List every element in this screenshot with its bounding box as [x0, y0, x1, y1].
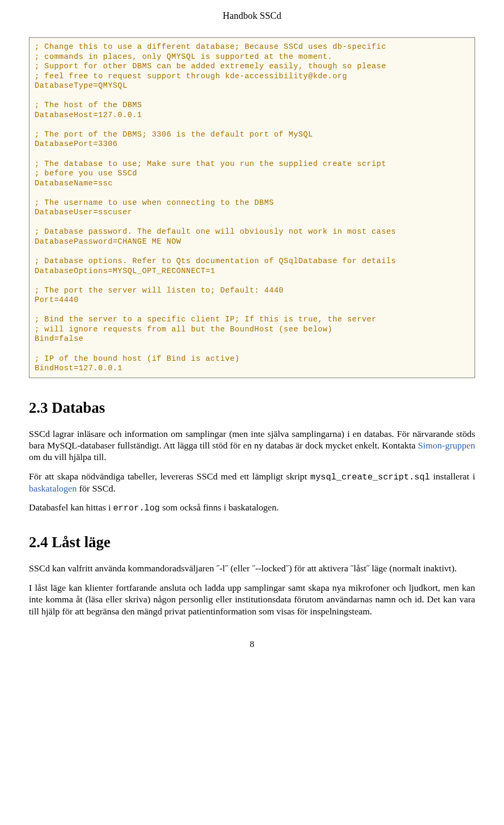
text-span: För att skapa nödvändiga tabeller, lever…: [29, 471, 310, 482]
config-code-block: ; Change this to use a different databas…: [29, 37, 475, 378]
section-2-4-heading: 2.4 Låst läge: [29, 534, 475, 551]
code-inline: sql: [414, 472, 430, 482]
page-number: 8: [29, 639, 475, 650]
page-header-title: Handbok SSCd: [29, 11, 475, 22]
code-inline: mysql_create_script: [310, 472, 409, 482]
section-2-3-heading: 2.3 Databas: [29, 399, 475, 416]
text-span: SSCd lagrar inläsare och information om …: [29, 429, 475, 451]
document-page: Handbok SSCd ; Change this to use a diff…: [0, 0, 504, 671]
text-span: som också finns i baskatalogen.: [160, 502, 279, 513]
simon-group-link[interactable]: Simon-gruppen: [418, 440, 475, 451]
text-span: installerat i: [430, 471, 475, 482]
section-2-4-paragraph-2: I låst läge kan klienter fortfarande ans…: [29, 582, 475, 617]
text-span: Databasfel kan hittas i: [29, 502, 113, 513]
text-span: för SSCd.: [77, 483, 115, 494]
text-span: .: [409, 472, 414, 482]
section-2-4-paragraph-1: SSCd kan valfritt använda kommandoradsvä…: [29, 562, 475, 574]
text-span: om du vill hjälpa till.: [29, 452, 106, 462]
section-2-3-paragraph-1: SSCd lagrar inläsare och information om …: [29, 428, 475, 463]
code-inline: error.log: [113, 503, 160, 513]
section-2-3-paragraph-2: För att skapa nödvändiga tabeller, lever…: [29, 471, 475, 495]
base-catalog-link[interactable]: baskatalogen: [29, 483, 77, 494]
section-2-3-paragraph-3: Databasfel kan hittas i error.log som oc…: [29, 502, 475, 514]
